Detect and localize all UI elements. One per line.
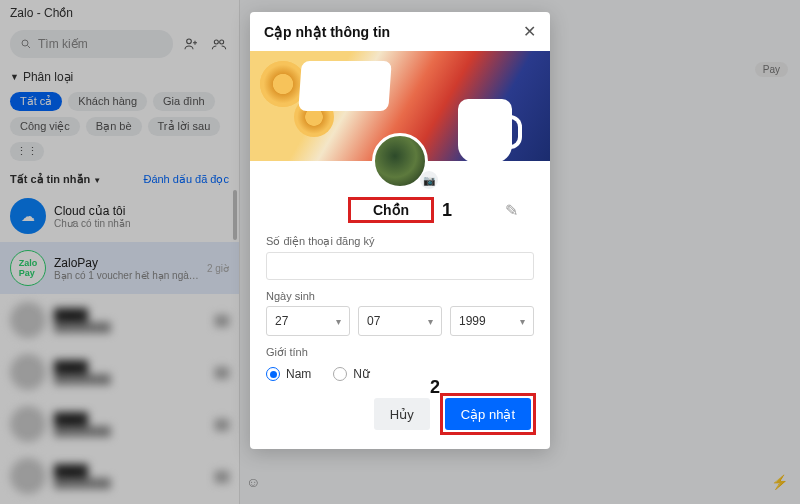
chevron-down-icon: ▾	[336, 316, 341, 327]
phone-input[interactable]	[266, 252, 534, 280]
modal-overlay: Cập nhật thông tin ✕ 📷 Chồn 1 ✎ Số điện …	[0, 0, 800, 504]
update-button[interactable]: Cập nhật	[445, 398, 531, 430]
annotation-marker-1: 1	[442, 200, 452, 221]
dob-month-select[interactable]: 07▾	[358, 306, 442, 336]
gender-male-radio[interactable]: Nam	[266, 367, 311, 381]
chevron-down-icon: ▾	[520, 316, 525, 327]
dob-label: Ngày sinh	[266, 290, 534, 302]
dob-day-select[interactable]: 27▾	[266, 306, 350, 336]
close-icon[interactable]: ✕	[523, 22, 536, 41]
display-name: Chồn	[348, 197, 434, 223]
annotation-marker-2: 2	[430, 377, 440, 398]
update-profile-modal: Cập nhật thông tin ✕ 📷 Chồn 1 ✎ Số điện …	[250, 12, 550, 449]
modal-title: Cập nhật thông tin	[264, 24, 390, 40]
camera-icon[interactable]: 📷	[420, 171, 438, 189]
gender-label: Giới tính	[266, 346, 534, 359]
chevron-down-icon: ▾	[428, 316, 433, 327]
annotation-box-update: Cập nhật	[440, 393, 536, 435]
gender-female-radio[interactable]: Nữ	[333, 367, 370, 381]
edit-name-icon[interactable]: ✎	[505, 201, 518, 220]
cancel-button[interactable]: Hủy	[374, 398, 430, 430]
phone-label: Số điện thoại đăng ký	[266, 235, 534, 248]
dob-year-select[interactable]: 1999▾	[450, 306, 534, 336]
